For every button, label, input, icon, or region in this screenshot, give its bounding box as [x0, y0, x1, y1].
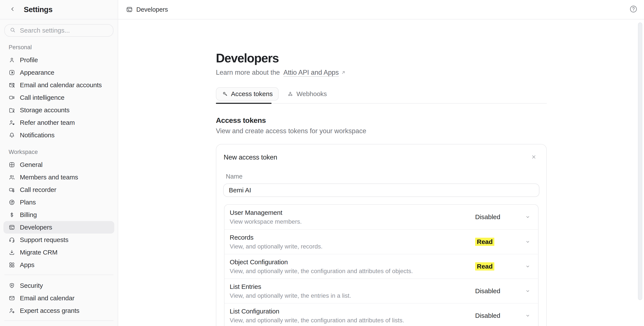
back-button[interactable]	[8, 5, 17, 14]
name-label: Name	[226, 173, 540, 180]
sidebar-item-label: Billing	[20, 211, 37, 218]
permission-row-list-configuration[interactable]: List ConfigurationView, and optionally w…	[224, 303, 538, 326]
sidebar-item-label: Notifications	[20, 132, 54, 139]
arrow-up-right-icon	[340, 70, 346, 75]
sidebar-item-label: Refer another team	[20, 119, 75, 126]
topbar: Developers	[118, 0, 644, 20]
permission-select[interactable]: Read	[475, 262, 538, 270]
mail-icon	[9, 295, 15, 301]
user-heart-icon	[9, 119, 15, 126]
chevron-left-icon	[9, 6, 16, 14]
bell-icon	[9, 132, 15, 138]
permission-select[interactable]: Read	[475, 238, 538, 246]
sidebar-item-developers[interactable]: Developers	[4, 221, 114, 234]
permission-text: RecordsView, and optionally write, recor…	[230, 230, 475, 254]
permission-description: View, and optionally write, the configur…	[230, 317, 475, 324]
sidebar-item-call-intelligence[interactable]: Call intelligence	[4, 91, 114, 104]
sidebar-item-plans[interactable]: Plans	[4, 196, 114, 209]
user-gear-icon	[9, 307, 15, 314]
permission-text: User ManagementView workspace members.	[230, 205, 475, 229]
search-input[interactable]	[20, 27, 109, 34]
sidebar-item-members-and-teams[interactable]: Members and teams	[4, 171, 114, 183]
settings-title: Settings	[24, 5, 52, 14]
folder-user-icon	[9, 107, 15, 113]
active-tab-indicator	[216, 103, 272, 104]
sidebar-item-email-and-calendar-accounts[interactable]: Email and calendar accounts	[4, 79, 114, 91]
permission-select[interactable]: Disabled	[475, 213, 538, 221]
api-docs-link[interactable]: Attio API and Apps	[284, 69, 339, 76]
search-wrap	[0, 20, 118, 37]
token-name-input[interactable]	[223, 183, 540, 197]
sidebar-item-label: Migrate CRM	[20, 249, 58, 256]
search-box[interactable]	[4, 24, 114, 37]
close-button[interactable]	[529, 153, 538, 162]
sidebar-item-expert-access-grants[interactable]: Expert access grants	[4, 304, 114, 317]
sidebar-item-call-recorder[interactable]: Call recorder	[4, 183, 114, 196]
webhook-icon	[287, 91, 293, 97]
sidebar-item-label: Support requests	[20, 236, 68, 243]
sidebar-item-migrate-crm[interactable]: Migrate CRM	[4, 246, 114, 259]
breadcrumb[interactable]: Developers	[126, 6, 168, 13]
appearance-icon	[9, 69, 15, 76]
sidebar-item-profile[interactable]: Profile	[4, 54, 114, 66]
tab-webhooks[interactable]: Webhooks	[285, 87, 329, 101]
sidebar-item-notifications[interactable]: Notifications	[4, 129, 114, 141]
apps-icon	[9, 262, 15, 268]
section-description: View and create access tokens for your w…	[216, 127, 547, 135]
video-icon	[9, 94, 15, 101]
download-icon	[9, 249, 15, 256]
permission-row-object-configuration[interactable]: Object ConfigurationView, and optionally…	[224, 254, 538, 278]
settings-sidebar: Settings PersonalProfileAppearanceEmail …	[0, 0, 118, 326]
sidebar-item-refer-another-team[interactable]: Refer another team	[4, 116, 114, 129]
chevron-down-icon	[525, 288, 531, 294]
layout-grid-icon	[9, 161, 15, 168]
shield-lock-icon	[9, 282, 15, 289]
sidebar-item-support-requests[interactable]: Support requests	[4, 234, 114, 246]
sidebar-section-label: Workspace	[9, 149, 118, 155]
permissions-list: User ManagementView workspace members.Di…	[224, 204, 538, 326]
permission-status: Read	[475, 262, 494, 270]
help-button[interactable]	[628, 5, 638, 15]
sidebar-item-label: Plans	[20, 199, 36, 206]
permission-text: List EntriesView, and optionally write, …	[230, 279, 475, 303]
permission-status: Disabled	[475, 312, 500, 319]
partial-sidebar-icon	[10, 325, 16, 326]
sidebar-nav: PersonalProfileAppearanceEmail and calen…	[0, 37, 118, 326]
tab-access-tokens[interactable]: Access tokens	[216, 87, 279, 101]
video-gear-icon	[9, 187, 15, 193]
permission-status: Disabled	[475, 287, 500, 295]
permission-select[interactable]: Disabled	[475, 312, 538, 319]
sidebar-item-label: Developers	[20, 224, 52, 231]
close-icon	[530, 154, 537, 161]
tab-label: Webhooks	[296, 90, 327, 98]
sidebar-item-appearance[interactable]: Appearance	[4, 66, 114, 79]
permission-row-records[interactable]: RecordsView, and optionally write, recor…	[224, 229, 538, 254]
card-header: New access token	[223, 153, 540, 162]
sidebar-item-general[interactable]: General	[4, 158, 114, 171]
sidebar-item-apps[interactable]: Apps	[4, 259, 114, 271]
permission-row-user-management[interactable]: User ManagementView workspace members.Di…	[224, 205, 538, 229]
page-title: Developers	[216, 51, 547, 65]
permission-title: User Management	[230, 209, 475, 216]
refresh-circle-icon	[9, 199, 15, 205]
card-title: New access token	[224, 154, 277, 161]
sidebar-item-storage-accounts[interactable]: Storage accounts	[4, 104, 114, 116]
chevron-down-icon	[525, 312, 531, 319]
scrollbar-thumb[interactable]	[638, 23, 642, 300]
permission-description: View workspace members.	[230, 218, 475, 225]
user-icon	[9, 57, 15, 63]
sidebar-item-security[interactable]: Security	[4, 279, 114, 292]
sidebar-item-label: Appearance	[20, 69, 54, 76]
sidebar-item-billing[interactable]: Billing	[4, 209, 114, 221]
sidebar-item-email-and-calendar[interactable]: Email and calendar	[4, 292, 114, 304]
permission-row-list-entries[interactable]: List EntriesView, and optionally write, …	[224, 278, 538, 303]
sidebar-item-label: Security	[20, 282, 43, 289]
mail-user-icon	[9, 82, 15, 88]
sidebar-item-label: Apps	[20, 261, 34, 268]
sidebar-divider	[4, 275, 114, 275]
sidebar-item-label: Members and teams	[20, 174, 78, 181]
permission-title: List Entries	[230, 283, 475, 290]
terminal-icon	[9, 224, 15, 231]
permission-select[interactable]: Disabled	[475, 287, 538, 295]
question-circle-icon	[629, 5, 638, 14]
